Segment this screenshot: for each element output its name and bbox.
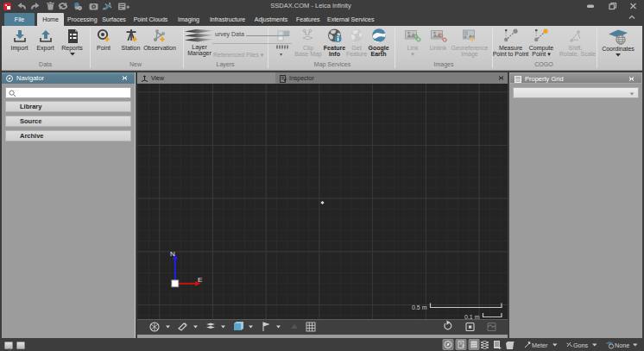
svg-text:0.5 m: 0.5 m — [412, 304, 427, 310]
svg-text:E: E — [198, 276, 202, 284]
svg-text:Gons: Gons — [573, 342, 589, 349]
svg-text:Meter: Meter — [532, 342, 548, 349]
svg-text:None: None — [615, 342, 629, 349]
svg-text:N: N — [170, 250, 175, 258]
